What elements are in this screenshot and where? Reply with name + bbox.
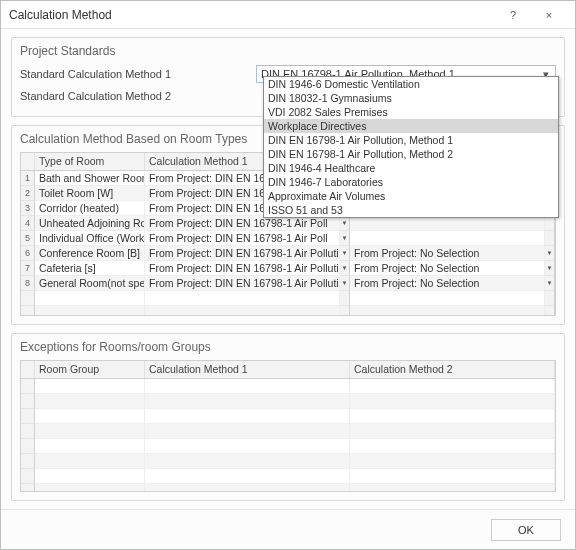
dropdown-option[interactable]: Approximate Air Volumes <box>264 189 558 203</box>
table-row <box>21 454 555 469</box>
dialog: Calculation Method ? × Project Standards… <box>0 0 576 550</box>
table-row[interactable]: 5Individual Office (Working Pla...From P… <box>21 231 555 246</box>
table-row[interactable]: 8General Room(not specified)From Project… <box>21 276 555 291</box>
cell-method-2-dropdown[interactable]: ▼ <box>545 276 555 291</box>
cell-type[interactable]: Toilet Room [W] <box>35 186 145 201</box>
exceptions-body <box>21 379 555 491</box>
dropdown-option[interactable]: DIN 1946-7 Laboratories <box>264 175 558 189</box>
table-row[interactable]: 6Conference Room [B]From Project: DIN EN… <box>21 246 555 261</box>
ok-button[interactable]: OK <box>491 519 561 541</box>
cell-type[interactable]: Unheated Adjoining Room <box>35 216 145 231</box>
table-row <box>21 379 555 394</box>
table-row <box>21 469 555 484</box>
table-row <box>21 439 555 454</box>
chevron-down-icon: ▼ <box>547 280 553 286</box>
chevron-down-icon: ▼ <box>342 220 348 226</box>
table-row <box>21 409 555 424</box>
table-row <box>21 291 555 306</box>
dropdown-option[interactable]: DIN EN 16798-1 Air Pollution, Method 1 <box>264 133 558 147</box>
chevron-down-icon: ▼ <box>342 280 348 286</box>
titlebar: Calculation Method ? × <box>1 1 575 29</box>
project-standards-heading: Project Standards <box>20 44 556 58</box>
dropdown-option[interactable]: DIN 18032-1 Gymnasiums <box>264 91 558 105</box>
row-index: 3 <box>21 201 35 216</box>
table-row[interactable]: 4Unheated Adjoining RoomFrom Project: DI… <box>21 216 555 231</box>
cell-method-1-dropdown[interactable]: ▼ <box>340 246 350 261</box>
cell-method-2[interactable]: From Project: No Selection <box>350 261 545 276</box>
cell-method-2-dropdown[interactable]: ▼ <box>545 246 555 261</box>
cell-method-2[interactable] <box>350 216 545 231</box>
table-row <box>21 424 555 439</box>
std-method-1-label: Standard Calculation Method 1 <box>20 68 256 80</box>
cell-method-1[interactable]: From Project: DIN EN 16798-1 Air Polluti… <box>145 276 340 291</box>
dropdown-option[interactable]: DIN 1946-6 Domestic Ventilation <box>264 77 558 91</box>
cell-method-2[interactable]: From Project: No Selection <box>350 246 545 261</box>
cell-method-1[interactable]: From Project: DIN EN 16798-1 Air Poll <box>145 216 340 231</box>
footer: OK <box>1 509 575 549</box>
cell-type[interactable]: Conference Room [B] <box>35 246 145 261</box>
cell-method-1[interactable]: From Project: DIN EN 16798-1 Air Poll <box>145 231 340 246</box>
row-index: 1 <box>21 171 35 186</box>
chevron-down-icon: ▼ <box>547 250 553 256</box>
table-row <box>21 306 555 315</box>
ex-col-method-1[interactable]: Calculation Method 1 <box>145 361 350 378</box>
cell-type[interactable]: Cafeteria [s] <box>35 261 145 276</box>
table-row <box>21 394 555 409</box>
chevron-down-icon: ▼ <box>342 235 348 241</box>
dropdown-option[interactable]: VDI 2082 Sales Premises <box>264 105 558 119</box>
cell-method-2-dropdown[interactable]: ▼ <box>545 261 555 276</box>
chevron-down-icon: ▼ <box>342 250 348 256</box>
exceptions-grid[interactable]: Room Group Calculation Method 1 Calculat… <box>20 360 556 492</box>
row-index: 4 <box>21 216 35 231</box>
cell-method-2-dropdown[interactable] <box>545 231 555 246</box>
cell-method-1-dropdown[interactable]: ▼ <box>340 231 350 246</box>
std-method-2-label: Standard Calculation Method 2 <box>20 90 256 102</box>
chevron-down-icon: ▼ <box>547 265 553 271</box>
std-method-1-dropdown[interactable]: DIN 1946-6 Domestic VentilationDIN 18032… <box>263 76 559 218</box>
dropdown-option[interactable]: DIN 1946-4 Healthcare <box>264 161 558 175</box>
cell-method-1[interactable]: From Project: DIN EN 16798-1 Air Polluti… <box>145 261 340 276</box>
cell-type[interactable]: Bath and Shower Room (Priv... <box>35 171 145 186</box>
row-index: 8 <box>21 276 35 291</box>
ex-col-method-2[interactable]: Calculation Method 2 <box>350 361 555 378</box>
dropdown-option[interactable]: Workplace Directives <box>264 119 558 133</box>
cell-type[interactable]: General Room(not specified) <box>35 276 145 291</box>
col-index <box>21 153 35 170</box>
row-index: 7 <box>21 261 35 276</box>
row-index: 5 <box>21 231 35 246</box>
cell-method-1-dropdown[interactable]: ▼ <box>340 261 350 276</box>
row-index: 2 <box>21 186 35 201</box>
exceptions-header: Room Group Calculation Method 1 Calculat… <box>21 361 555 379</box>
cell-type[interactable]: Individual Office (Working Pla... <box>35 231 145 246</box>
cell-type[interactable]: Corridor (heated) <box>35 201 145 216</box>
cell-method-1-dropdown[interactable]: ▼ <box>340 276 350 291</box>
cell-method-2[interactable] <box>350 231 545 246</box>
exceptions-section: Exceptions for Rooms/room Groups Room Gr… <box>11 333 565 501</box>
table-row <box>21 484 555 491</box>
row-index: 6 <box>21 246 35 261</box>
close-button[interactable]: × <box>531 1 567 29</box>
chevron-down-icon: ▼ <box>342 265 348 271</box>
help-button[interactable]: ? <box>495 1 531 29</box>
cell-method-1[interactable]: From Project: DIN EN 16798-1 Air Polluti… <box>145 246 340 261</box>
ex-col-room-group[interactable]: Room Group <box>35 361 145 378</box>
cell-method-1-dropdown[interactable]: ▼ <box>340 216 350 231</box>
table-row[interactable]: 7Cafeteria [s]From Project: DIN EN 16798… <box>21 261 555 276</box>
cell-method-2[interactable]: From Project: No Selection <box>350 276 545 291</box>
exceptions-heading: Exceptions for Rooms/room Groups <box>20 340 556 354</box>
ex-col-index <box>21 361 35 378</box>
dropdown-option[interactable]: DIN EN 16798-1 Air Pollution, Method 2 <box>264 147 558 161</box>
window-title: Calculation Method <box>9 8 495 22</box>
cell-method-2-dropdown[interactable] <box>545 216 555 231</box>
dropdown-option[interactable]: ISSO 51 and 53 <box>264 203 558 217</box>
col-type[interactable]: Type of Room <box>35 153 145 170</box>
